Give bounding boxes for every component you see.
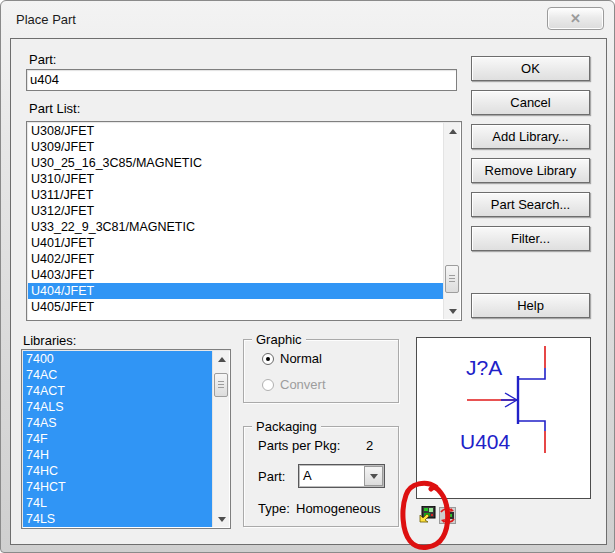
graphic-group-title: Graphic	[252, 332, 306, 347]
place-part-normal-icon[interactable]	[419, 506, 436, 523]
dialog-body: Part: u404 Part List: U308/JFETU309/JFET…	[10, 38, 607, 545]
part-list-item[interactable]: U30_25_16_3C85/MAGNETIC	[28, 155, 443, 171]
library-item[interactable]: 74L	[23, 495, 212, 511]
thumb-grip-icon	[218, 381, 224, 389]
library-item[interactable]: 74ALS	[23, 399, 212, 415]
library-item[interactable]: 74LS	[23, 511, 212, 527]
type-label: Type:	[258, 501, 290, 516]
graphic-normal-option[interactable]: Normal	[262, 351, 322, 366]
graphic-convert-label: Convert	[280, 377, 326, 392]
part-list-item[interactable]: U309/JFET	[28, 139, 443, 155]
parts-per-pkg-label: Parts per Pkg:	[258, 438, 340, 453]
place-part-convert-glyph	[439, 507, 456, 524]
part-search-button[interactable]: Part Search...	[471, 192, 590, 217]
part-list-item[interactable]: U405/JFET	[28, 299, 443, 315]
library-item[interactable]: 74HCT	[23, 479, 212, 495]
scroll-down-icon	[218, 517, 226, 522]
scroll-down-icon	[449, 309, 457, 314]
add-library-button[interactable]: Add Library...	[471, 124, 590, 149]
preview-refdes-text: J?A	[466, 356, 502, 379]
remove-library-button[interactable]: Remove Library	[471, 158, 590, 183]
radio-unselected-icon	[262, 379, 274, 391]
jfet-symbol: J?A U404	[417, 338, 590, 498]
library-item[interactable]: 74F	[23, 431, 212, 447]
scrollbar-thumb[interactable]	[214, 373, 228, 397]
place-part-normal-glyph	[419, 506, 436, 523]
title-bar[interactable]: Place Part ✕	[1, 1, 614, 38]
part-list-item[interactable]: U404/JFET	[28, 283, 443, 299]
part-list-item[interactable]: U311/JFET	[28, 187, 443, 203]
graphic-convert-option: Convert	[262, 377, 326, 392]
scroll-up-button[interactable]	[213, 351, 230, 367]
place-part-dialog: Place Part ✕ Part: u404 Part List: U308/…	[0, 0, 615, 553]
library-item[interactable]: 74ACT	[23, 383, 212, 399]
library-item[interactable]: 74HC	[23, 463, 212, 479]
packaging-groupbox: Packaging Parts per Pkg: 2 Part: A Type:…	[243, 426, 399, 527]
libraries-scrollbar[interactable]	[212, 351, 229, 527]
library-item[interactable]: 74AS	[23, 415, 212, 431]
packaging-group-title: Packaging	[252, 419, 321, 434]
packaging-part-label: Part:	[258, 469, 285, 484]
part-field-label: Part:	[29, 52, 56, 67]
close-icon: ✕	[570, 11, 581, 26]
type-value: Homogeneous	[296, 501, 381, 516]
parts-per-pkg-value: 2	[366, 438, 373, 453]
scrollbar-thumb[interactable]	[445, 265, 459, 293]
part-list-item[interactable]: U401/JFET	[28, 235, 443, 251]
part-list-item[interactable]: U310/JFET	[28, 171, 443, 187]
scroll-down-button[interactable]	[213, 511, 230, 527]
scroll-down-button[interactable]	[444, 303, 461, 319]
libraries-label: Libraries:	[23, 333, 76, 348]
graphic-normal-label: Normal	[280, 351, 322, 366]
part-list-item[interactable]: U402/JFET	[28, 251, 443, 267]
place-part-convert-icon[interactable]	[439, 507, 456, 524]
scroll-up-button[interactable]	[444, 123, 461, 139]
preview-partname-text: U404	[460, 430, 511, 453]
part-input[interactable]: u404	[26, 69, 457, 91]
part-list-item[interactable]: U403/JFET	[28, 267, 443, 283]
chevron-down-icon	[370, 474, 378, 479]
library-item[interactable]: 7400	[23, 351, 212, 367]
close-button[interactable]: ✕	[547, 7, 604, 30]
part-list-label: Part List:	[29, 101, 80, 116]
combobox-dropdown-button[interactable]	[364, 466, 383, 486]
dialog-title: Place Part	[16, 12, 76, 27]
graphic-groupbox: Graphic Normal Convert	[243, 339, 399, 403]
library-item[interactable]: 74AC	[23, 367, 212, 383]
thumb-grip-icon	[449, 275, 455, 283]
part-list-item[interactable]: U308/JFET	[28, 123, 443, 139]
part-list-rows: U308/JFETU309/JFETU30_25_16_3C85/MAGNETI…	[28, 123, 443, 319]
scroll-up-icon	[218, 357, 226, 362]
libraries-list: 740074AC74ACT74ALS74AS74F74H74HC74HCT74L…	[21, 349, 231, 529]
part-preview-panel: J?A U404	[416, 337, 591, 499]
part-input-value: u404	[30, 72, 59, 87]
library-item[interactable]: 74H	[23, 447, 212, 463]
filter-button[interactable]: Filter...	[471, 226, 590, 251]
libraries-rows: 740074AC74ACT74ALS74AS74F74H74HC74HCT74L…	[23, 351, 212, 527]
part-list-item[interactable]: U312/JFET	[28, 203, 443, 219]
combobox-value: A	[303, 467, 312, 485]
part-list-scrollbar[interactable]	[443, 123, 460, 319]
scroll-up-icon	[449, 129, 457, 134]
help-button[interactable]: Help	[471, 293, 590, 318]
ok-button[interactable]: OK	[471, 56, 590, 81]
part-list-item[interactable]: U33_22_9_3C81/MAGNETIC	[28, 219, 443, 235]
radio-selected-icon	[262, 353, 274, 365]
part-list: U308/JFETU309/JFETU30_25_16_3C85/MAGNETI…	[26, 121, 462, 321]
part-select-combobox[interactable]: A	[298, 464, 385, 488]
cancel-button[interactable]: Cancel	[471, 90, 590, 115]
